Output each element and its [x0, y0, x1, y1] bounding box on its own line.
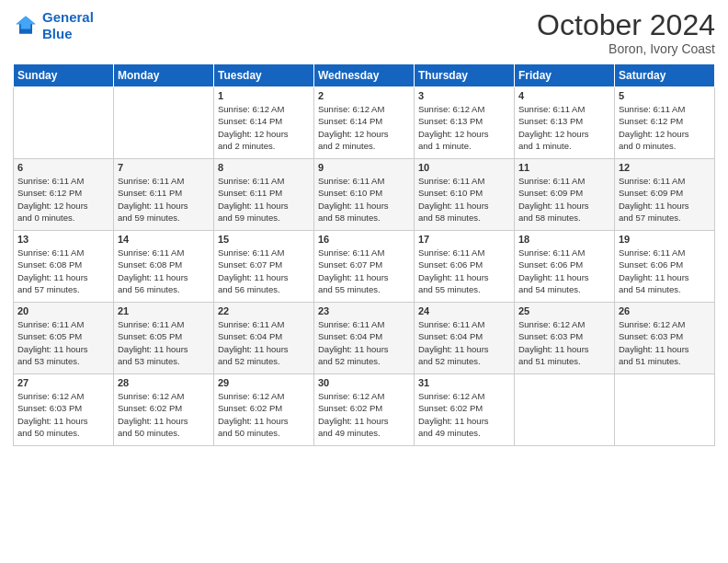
day-number: 19: [619, 234, 711, 245]
day-number: 5: [619, 90, 711, 101]
calendar-cell: 13Sunrise: 6:11 AM Sunset: 6:08 PM Dayli…: [14, 231, 114, 303]
calendar-cell: 19Sunrise: 6:11 AM Sunset: 6:06 PM Dayli…: [615, 231, 715, 303]
week-row-1: 1Sunrise: 6:12 AM Sunset: 6:14 PM Daylig…: [14, 87, 715, 159]
calendar-cell: 22Sunrise: 6:11 AM Sunset: 6:04 PM Dayli…: [214, 303, 314, 374]
header-cell-tuesday: Tuesday: [214, 64, 314, 87]
day-number: 1: [218, 90, 310, 101]
day-info: Sunrise: 6:11 AM Sunset: 6:07 PM Dayligh…: [318, 247, 410, 295]
day-info: Sunrise: 6:11 AM Sunset: 6:04 PM Dayligh…: [418, 318, 510, 367]
calendar-body: 1Sunrise: 6:12 AM Sunset: 6:14 PM Daylig…: [14, 87, 715, 446]
day-number: 26: [619, 305, 711, 316]
day-number: 17: [418, 234, 510, 245]
day-number: 31: [418, 377, 510, 388]
day-number: 2: [318, 90, 410, 101]
calendar-header: SundayMondayTuesdayWednesdayThursdayFrid…: [14, 64, 715, 87]
day-number: 11: [518, 162, 610, 173]
header-cell-saturday: Saturday: [615, 64, 715, 87]
calendar-cell: 5Sunrise: 6:11 AM Sunset: 6:12 PM Daylig…: [615, 87, 715, 159]
calendar-cell: [14, 87, 114, 159]
calendar-cell: 26Sunrise: 6:12 AM Sunset: 6:03 PM Dayli…: [615, 303, 715, 374]
day-number: 12: [619, 162, 711, 173]
day-info: Sunrise: 6:12 AM Sunset: 6:03 PM Dayligh…: [17, 390, 109, 439]
day-info: Sunrise: 6:11 AM Sunset: 6:11 PM Dayligh…: [118, 175, 210, 224]
calendar-cell: 30Sunrise: 6:12 AM Sunset: 6:02 PM Dayli…: [314, 374, 415, 446]
day-number: 4: [518, 90, 610, 101]
day-info: Sunrise: 6:11 AM Sunset: 6:08 PM Dayligh…: [17, 247, 109, 295]
calendar-cell: 20Sunrise: 6:11 AM Sunset: 6:05 PM Dayli…: [14, 303, 114, 374]
day-info: Sunrise: 6:12 AM Sunset: 6:03 PM Dayligh…: [619, 318, 711, 367]
day-number: 25: [518, 305, 610, 316]
day-info: Sunrise: 6:12 AM Sunset: 6:13 PM Dayligh…: [418, 103, 510, 152]
day-info: Sunrise: 6:11 AM Sunset: 6:07 PM Dayligh…: [218, 247, 310, 295]
calendar-cell: 9Sunrise: 6:11 AM Sunset: 6:10 PM Daylig…: [314, 159, 415, 231]
day-number: 8: [218, 162, 310, 173]
calendar-cell: 14Sunrise: 6:11 AM Sunset: 6:08 PM Dayli…: [114, 231, 214, 303]
day-number: 15: [218, 234, 310, 245]
calendar-cell: 10Sunrise: 6:11 AM Sunset: 6:10 PM Dayli…: [415, 159, 515, 231]
calendar-cell: 11Sunrise: 6:11 AM Sunset: 6:09 PM Dayli…: [515, 159, 615, 231]
day-info: Sunrise: 6:11 AM Sunset: 6:12 PM Dayligh…: [619, 103, 711, 152]
logo-icon: [13, 13, 39, 39]
calendar-cell: 24Sunrise: 6:11 AM Sunset: 6:04 PM Dayli…: [415, 303, 515, 374]
header-cell-friday: Friday: [515, 64, 615, 87]
day-number: 9: [318, 162, 410, 173]
day-info: Sunrise: 6:12 AM Sunset: 6:02 PM Dayligh…: [118, 390, 210, 439]
day-info: Sunrise: 6:11 AM Sunset: 6:09 PM Dayligh…: [619, 175, 711, 224]
day-number: 23: [318, 305, 410, 316]
day-info: Sunrise: 6:11 AM Sunset: 6:05 PM Dayligh…: [118, 318, 210, 367]
day-number: 20: [17, 305, 109, 316]
month-year: October 2024: [537, 9, 715, 41]
calendar-cell: 15Sunrise: 6:11 AM Sunset: 6:07 PM Dayli…: [214, 231, 314, 303]
calendar-table: SundayMondayTuesdayWednesdayThursdayFrid…: [13, 63, 715, 446]
week-row-2: 6Sunrise: 6:11 AM Sunset: 6:12 PM Daylig…: [14, 159, 715, 231]
location: Boron, Ivory Coast: [537, 41, 715, 56]
day-number: 6: [17, 162, 109, 173]
day-info: Sunrise: 6:12 AM Sunset: 6:02 PM Dayligh…: [218, 390, 310, 439]
calendar-cell: 7Sunrise: 6:11 AM Sunset: 6:11 PM Daylig…: [114, 159, 214, 231]
calendar-cell: 1Sunrise: 6:12 AM Sunset: 6:14 PM Daylig…: [214, 87, 314, 159]
day-info: Sunrise: 6:11 AM Sunset: 6:06 PM Dayligh…: [418, 247, 510, 295]
calendar-cell: 21Sunrise: 6:11 AM Sunset: 6:05 PM Dayli…: [114, 303, 214, 374]
calendar-cell: 8Sunrise: 6:11 AM Sunset: 6:11 PM Daylig…: [214, 159, 314, 231]
day-number: 7: [118, 162, 210, 173]
day-info: Sunrise: 6:11 AM Sunset: 6:04 PM Dayligh…: [218, 318, 310, 367]
day-info: Sunrise: 6:11 AM Sunset: 6:11 PM Dayligh…: [218, 175, 310, 224]
day-info: Sunrise: 6:11 AM Sunset: 6:05 PM Dayligh…: [17, 318, 109, 367]
header: General Blue October 2024 Boron, Ivory C…: [13, 9, 715, 56]
day-info: Sunrise: 6:12 AM Sunset: 6:14 PM Dayligh…: [318, 103, 410, 152]
calendar-cell: 16Sunrise: 6:11 AM Sunset: 6:07 PM Dayli…: [314, 231, 415, 303]
day-number: 16: [318, 234, 410, 245]
day-number: 29: [218, 377, 310, 388]
calendar-cell: 6Sunrise: 6:11 AM Sunset: 6:12 PM Daylig…: [14, 159, 114, 231]
header-row: SundayMondayTuesdayWednesdayThursdayFrid…: [14, 64, 715, 87]
calendar-cell: 31Sunrise: 6:12 AM Sunset: 6:02 PM Dayli…: [415, 374, 515, 446]
calendar-cell: 23Sunrise: 6:11 AM Sunset: 6:04 PM Dayli…: [314, 303, 415, 374]
day-info: Sunrise: 6:11 AM Sunset: 6:12 PM Dayligh…: [17, 175, 109, 224]
header-cell-wednesday: Wednesday: [314, 64, 415, 87]
calendar-cell: 3Sunrise: 6:12 AM Sunset: 6:13 PM Daylig…: [415, 87, 515, 159]
calendar-cell: 18Sunrise: 6:11 AM Sunset: 6:06 PM Dayli…: [515, 231, 615, 303]
logo: General Blue: [13, 9, 94, 42]
calendar-cell: 2Sunrise: 6:12 AM Sunset: 6:14 PM Daylig…: [314, 87, 415, 159]
day-info: Sunrise: 6:12 AM Sunset: 6:02 PM Dayligh…: [418, 390, 510, 439]
svg-marker-1: [17, 17, 36, 29]
logo-line1: General: [42, 9, 94, 25]
day-number: 14: [118, 234, 210, 245]
title-block: October 2024 Boron, Ivory Coast: [537, 9, 715, 56]
day-number: 10: [418, 162, 510, 173]
header-cell-monday: Monday: [114, 64, 214, 87]
day-number: 27: [17, 377, 109, 388]
week-row-4: 20Sunrise: 6:11 AM Sunset: 6:05 PM Dayli…: [14, 303, 715, 374]
day-number: 28: [118, 377, 210, 388]
day-info: Sunrise: 6:11 AM Sunset: 6:06 PM Dayligh…: [518, 247, 610, 295]
calendar-cell: 28Sunrise: 6:12 AM Sunset: 6:02 PM Dayli…: [114, 374, 214, 446]
day-info: Sunrise: 6:11 AM Sunset: 6:08 PM Dayligh…: [118, 247, 210, 295]
week-row-3: 13Sunrise: 6:11 AM Sunset: 6:08 PM Dayli…: [14, 231, 715, 303]
day-info: Sunrise: 6:11 AM Sunset: 6:10 PM Dayligh…: [418, 175, 510, 224]
day-info: Sunrise: 6:11 AM Sunset: 6:13 PM Dayligh…: [518, 103, 610, 152]
day-number: 13: [17, 234, 109, 245]
day-info: Sunrise: 6:12 AM Sunset: 6:02 PM Dayligh…: [318, 390, 410, 439]
day-number: 22: [218, 305, 310, 316]
header-cell-sunday: Sunday: [14, 64, 114, 87]
day-info: Sunrise: 6:11 AM Sunset: 6:10 PM Dayligh…: [318, 175, 410, 224]
